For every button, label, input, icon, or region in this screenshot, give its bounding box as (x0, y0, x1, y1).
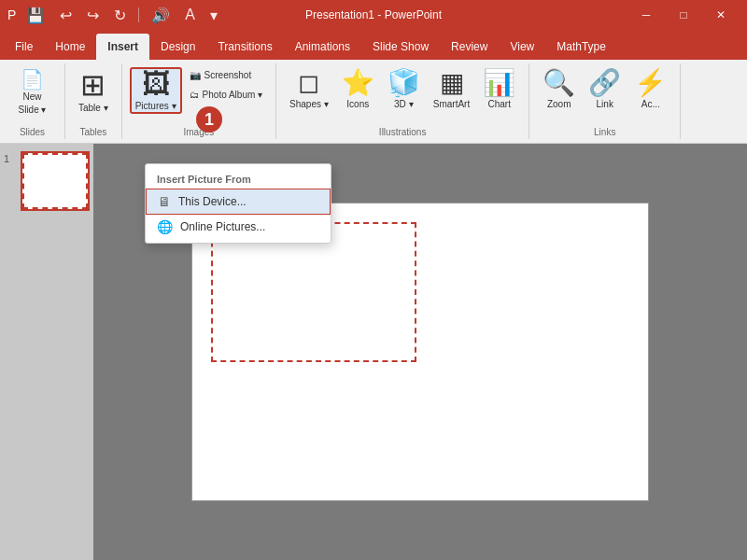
ribbon-group-links: 🔍 Zoom 🔗 Link ⚡ Ac... Links (529, 63, 681, 139)
ribbon-group-tables: ⊞ Table ▾ Tables (65, 63, 122, 139)
photo-album-label: Photo Album ▾ (203, 90, 262, 100)
pictures-icon: 🖼 (142, 70, 170, 98)
repeat-button[interactable]: ↻ (109, 5, 131, 26)
insert-picture-dropdown: Insert Picture From 🖥 This Device... 🌐 O… (145, 163, 331, 244)
new-slide-label2: Slide ▾ (18, 105, 46, 115)
action-label: Ac... (641, 99, 660, 109)
slides-group-label: Slides (20, 127, 45, 137)
pictures-label: Pictures ▾ (135, 101, 176, 111)
ribbon-group-illustrations: ◻ Shapes ▾ ⭐ Icons 🧊 3D ▾ ▦ SmartArt 📊 C… (276, 63, 529, 139)
tab-home[interactable]: Home (44, 34, 96, 60)
table-button[interactable]: ⊞ Table ▾ (73, 67, 114, 116)
tab-review[interactable]: Review (440, 34, 499, 60)
redo-button[interactable]: ↪ (82, 5, 104, 26)
online-pictures-item[interactable]: 🌐 Online Pictures... (146, 215, 331, 239)
shapes-label: Shapes ▾ (289, 99, 329, 109)
tab-design[interactable]: Design (149, 34, 206, 60)
3d-models-button[interactable]: 🧊 3D ▾ (382, 67, 426, 112)
illustrations-group-label: Illustrations (379, 127, 427, 137)
tab-slideshow[interactable]: Slide Show (361, 34, 440, 60)
online-pictures-icon: 🌐 (157, 219, 173, 234)
chart-button[interactable]: 📊 Chart (477, 67, 521, 112)
this-device-item[interactable]: 🖥 This Device... (146, 189, 331, 215)
window-controls: ─ □ ✕ (627, 0, 740, 30)
3d-models-label: 3D ▾ (394, 99, 414, 109)
smartart-button[interactable]: ▦ SmartArt (428, 67, 475, 112)
slide-thumbnail-1[interactable]: 1 (4, 151, 90, 211)
slide-thumb-1[interactable] (21, 151, 90, 211)
divider (138, 7, 139, 22)
new-slide-icon: 📄 (21, 70, 44, 89)
save-button[interactable]: 💾 (21, 5, 49, 26)
screenshot-icon: 📷 (190, 70, 201, 80)
screenshot-button[interactable]: 📷 Screenshot (184, 67, 268, 83)
tables-group-label: Tables (79, 127, 106, 137)
slide-panel: 1 (0, 144, 93, 560)
slide-main (191, 203, 649, 501)
ribbon-group-slides: 📄 New Slide ▾ Slides (0, 63, 65, 139)
photo-album-button[interactable]: 🗂 Photo Album ▾ (184, 87, 268, 103)
table-icon: ⊞ (80, 70, 106, 100)
tab-insert[interactable]: Insert (96, 34, 149, 60)
doc-title: Presentation1 - PowerPoint (305, 8, 442, 21)
icons-icon: ⭐ (342, 70, 374, 96)
this-device-label: This Device... (178, 195, 247, 208)
tab-view[interactable]: View (499, 34, 545, 60)
shapes-icon: ◻ (298, 70, 319, 96)
undo-button[interactable]: ↩ (55, 5, 77, 26)
links-group-label: Links (594, 127, 615, 137)
link-label: Link (597, 99, 613, 109)
screenshot-label: Screenshot (204, 70, 252, 80)
this-device-icon: 🖥 (158, 194, 171, 209)
maximize-button[interactable]: □ (665, 0, 702, 30)
link-icon: 🔗 (588, 70, 621, 96)
icons-button[interactable]: ⭐ Icons (336, 67, 380, 112)
chart-icon: 📊 (483, 70, 515, 96)
photo-album-icon: 🗂 (190, 90, 199, 100)
tab-animations[interactable]: Animations (284, 34, 361, 60)
slide-number-1: 1 (4, 151, 17, 164)
shapes-button[interactable]: ◻ Shapes ▾ (284, 67, 334, 112)
ribbon-tabs: File Home Insert Design Transitions Anim… (0, 30, 747, 60)
new-slide-label: New (22, 91, 41, 102)
title-bar: P 💾 ↩ ↪ ↻ 🔊 A ▾ Presentation1 - PowerPoi… (0, 0, 747, 30)
tab-mathtype[interactable]: MathType (545, 34, 617, 60)
smartart-label: SmartArt (433, 99, 470, 109)
3d-models-icon: 🧊 (388, 70, 420, 96)
table-label: Table ▾ (78, 103, 108, 113)
new-slide-button[interactable]: 📄 New Slide ▾ (12, 67, 51, 118)
smartart-icon: ▦ (440, 70, 464, 96)
ribbon: 1 📄 New Slide ▾ Slides ⊞ Table ▾ Tables … (0, 60, 747, 144)
media-button[interactable]: 🔊 (147, 5, 175, 26)
text-button[interactable]: A (180, 5, 200, 25)
pictures-button[interactable]: 🖼 Pictures ▾ (130, 67, 182, 114)
zoom-button[interactable]: 🔍 Zoom (537, 67, 581, 112)
main-area: 1 (0, 144, 747, 560)
chart-label: Chart (488, 99, 511, 109)
link-button[interactable]: 🔗 Link (583, 67, 627, 112)
action-icon: ⚡ (634, 70, 667, 96)
action-button[interactable]: ⚡ Ac... (628, 67, 672, 112)
online-pictures-label: Online Pictures... (180, 220, 265, 233)
customize-button[interactable]: ▾ (205, 5, 222, 26)
close-button[interactable]: ✕ (702, 0, 740, 30)
zoom-label: Zoom (547, 99, 571, 109)
step-badge-1: 1 (196, 106, 222, 133)
app-icon: P (7, 7, 16, 22)
zoom-icon: 🔍 (543, 70, 575, 96)
dropdown-header: Insert Picture From (146, 168, 331, 189)
tab-transitions[interactable]: Transitions (206, 34, 283, 60)
tab-file[interactable]: File (4, 34, 44, 60)
icons-label: Icons (346, 99, 369, 109)
minimize-button[interactable]: ─ (627, 0, 665, 30)
